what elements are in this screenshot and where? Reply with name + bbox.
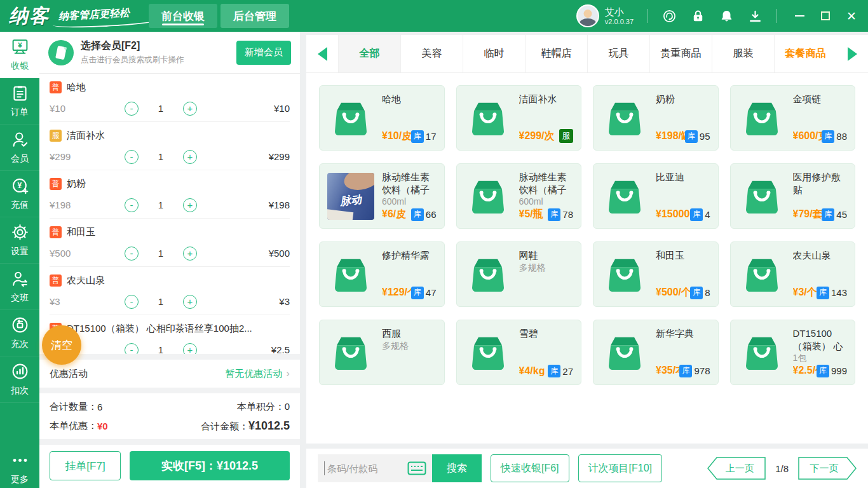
cart-item[interactable]: 普 哈地 ¥10 - 1 + ¥10: [39, 74, 300, 122]
product-card[interactable]: 哈地 ¥10/皮 库17: [319, 85, 445, 151]
product-card[interactable]: 奶粉 ¥198/罐 库95: [593, 85, 719, 151]
product-card[interactable]: 雪碧 ¥4/kg 库27: [456, 320, 582, 385]
sidebar-item-shift[interactable]: 交班: [0, 264, 39, 310]
product-card[interactable]: 脉动 脉动维生素饮料（橘子口 600ml ¥6/皮 库66: [319, 163, 445, 229]
category-tab-4[interactable]: 玩具: [587, 35, 649, 72]
close-button[interactable]: ✕: [846, 10, 857, 22]
stock-badge: 库95: [685, 130, 710, 143]
category-scroll-left-button[interactable]: [306, 35, 338, 72]
bell-icon[interactable]: [719, 9, 734, 24]
prev-page-button[interactable]: 上一页: [707, 457, 766, 480]
product-card[interactable]: 脉动维生素饮料（橘子口 600ml ¥5/瓶 库78: [456, 163, 582, 229]
decrease-qty-button[interactable]: -: [125, 295, 139, 309]
add-member-button[interactable]: 新增会员: [236, 41, 291, 65]
product-card[interactable]: 比亚迪 ¥150000/辆 库4: [593, 163, 719, 229]
increase-qty-button[interactable]: +: [183, 247, 197, 261]
product-card[interactable]: 修护精华露 ¥129/个 库47: [319, 241, 445, 307]
product-name: 洁面补水: [519, 93, 574, 105]
increase-qty-button[interactable]: +: [183, 295, 197, 309]
arrow-right-icon: [848, 47, 857, 61]
category-tab-6[interactable]: 服装: [712, 35, 774, 72]
stock-badge: 库88: [822, 130, 847, 143]
increase-qty-button[interactable]: +: [183, 198, 197, 212]
stock-icon: 库: [690, 287, 703, 299]
logo-slogan: 纳客管店更轻松: [58, 6, 130, 24]
minimize-button[interactable]: [795, 15, 804, 17]
cart-item[interactable]: 普 农夫山泉 ¥3 - 1 + ¥3: [39, 267, 300, 315]
product-price: ¥35/本: [656, 364, 679, 377]
app-logo: 纳客 纳客管店更轻松: [9, 6, 130, 25]
product-price: ¥129/个: [382, 286, 411, 299]
maximize-button[interactable]: [821, 11, 830, 20]
increase-qty-button[interactable]: +: [183, 343, 197, 355]
top-nav: 前台收银后台管理: [149, 4, 289, 28]
sidebar-item-orders[interactable]: 订单: [0, 78, 39, 125]
search-button[interactable]: 搜索: [432, 454, 482, 482]
product-card[interactable]: 网鞋 多规格: [456, 241, 582, 307]
cart-item[interactable]: 普 和田玉 ¥500 - 1 + ¥500: [39, 219, 300, 267]
shopping-bag-icon: [327, 251, 374, 298]
product-card[interactable]: 新华字典 ¥35/本 库978: [593, 320, 719, 385]
order-summary: 合计数量： 6 本单积分： 0 本单优惠： ¥0 合计金额： ¥1012.5: [39, 393, 300, 439]
category-tab-0[interactable]: 全部: [338, 35, 400, 72]
shopping-bag-icon: [601, 95, 648, 142]
download-icon[interactable]: [748, 9, 763, 24]
product-card[interactable]: 西服 多规格: [319, 320, 445, 385]
top-tab-0[interactable]: 前台收银: [149, 4, 217, 28]
category-tab-5[interactable]: 贵重商品: [649, 35, 712, 72]
sidebar-item-member[interactable]: 会员: [0, 125, 39, 171]
service-icon[interactable]: [662, 9, 677, 24]
product-name: 西服: [382, 327, 437, 340]
product-price: ¥150000/辆: [656, 208, 690, 221]
category-tab-2[interactable]: 临时: [463, 35, 525, 72]
avatar[interactable]: [576, 4, 599, 27]
decrease-qty-button[interactable]: -: [125, 247, 139, 261]
category-tab-3[interactable]: 鞋帽店: [525, 35, 587, 72]
stock-icon: 库: [817, 365, 829, 377]
product-name: 农夫山泉: [793, 249, 848, 262]
product-card[interactable]: 农夫山泉 ¥3/个 库143: [730, 241, 856, 307]
discount-value: ¥0: [97, 421, 108, 431]
barcode-input[interactable]: [324, 461, 403, 475]
promo-row[interactable]: 优惠活动 暂无优惠活动 ›: [39, 360, 300, 388]
sidebar-item-recharge-times[interactable]: 充次: [0, 310, 39, 356]
product-card[interactable]: 金项链 ¥600/克 库88: [730, 85, 856, 151]
clear-cart-button[interactable]: 清空: [42, 325, 81, 365]
category-tab-7[interactable]: 套餐商品: [774, 35, 836, 72]
sidebar-item-recharge[interactable]: ¥ 充值: [0, 171, 39, 217]
count-item-button[interactable]: 计次项目[F10]: [578, 454, 662, 482]
decrease-qty-button[interactable]: -: [125, 102, 139, 116]
item-type-badge: 普: [50, 226, 62, 238]
decrease-qty-button[interactable]: -: [125, 150, 139, 164]
hold-order-button[interactable]: 挂单[F7]: [50, 451, 121, 480]
increase-qty-button[interactable]: +: [183, 150, 197, 164]
stock-count: 47: [426, 287, 437, 298]
next-page-button[interactable]: 下一页: [798, 457, 857, 480]
category-tab-1[interactable]: 美容: [400, 35, 463, 72]
quick-cashier-button[interactable]: 快速收银[F6]: [491, 454, 569, 482]
pay-button[interactable]: 实收[F5]：¥1012.5: [130, 451, 290, 480]
sidebar-item-settings[interactable]: 设置: [0, 217, 39, 264]
item-type-badge: 普: [50, 81, 62, 93]
decrease-qty-button[interactable]: -: [125, 343, 139, 355]
user-box[interactable]: 艾小 v2.0.0.37: [576, 4, 634, 27]
cart-item[interactable]: 普 奶粉 ¥198 - 1 + ¥198: [39, 170, 300, 219]
sidebar-item-cashier[interactable]: ¥ 收银: [0, 32, 39, 78]
lock-icon[interactable]: [691, 9, 705, 24]
sidebar-item-deduct-times[interactable]: 扣次: [0, 356, 39, 403]
decrease-qty-button[interactable]: -: [125, 198, 139, 212]
product-card[interactable]: 医用修护敷贴 ¥79/套 库45: [730, 163, 856, 229]
member-select[interactable]: 选择会员[F2] 点击进行会员搜索或刷卡操作 新增会员: [39, 32, 300, 74]
top-tab-1[interactable]: 后台管理: [220, 4, 289, 28]
points-value: 0: [285, 401, 290, 412]
increase-qty-button[interactable]: +: [183, 102, 197, 116]
product-card[interactable]: DT15100（箱装） 心相印茶 1包 ¥2.5/包 库999: [730, 320, 856, 385]
product-card[interactable]: 洁面补水 ¥299/次 服: [456, 85, 582, 151]
keyboard-icon[interactable]: [407, 461, 426, 475]
divider: [776, 9, 777, 23]
cart-item[interactable]: 服 洁面补水 ¥299 - 1 + ¥299: [39, 122, 300, 170]
sidebar-item-more[interactable]: 更多: [0, 449, 39, 488]
product-card[interactable]: 和田玉 ¥500/个 库8: [593, 241, 719, 307]
product-grid: 哈地 ¥10/皮 库17 洁面补水 ¥299/次 服 奶粉 ¥198/罐 库95…: [306, 73, 868, 444]
category-scroll-right-button[interactable]: [836, 35, 868, 72]
